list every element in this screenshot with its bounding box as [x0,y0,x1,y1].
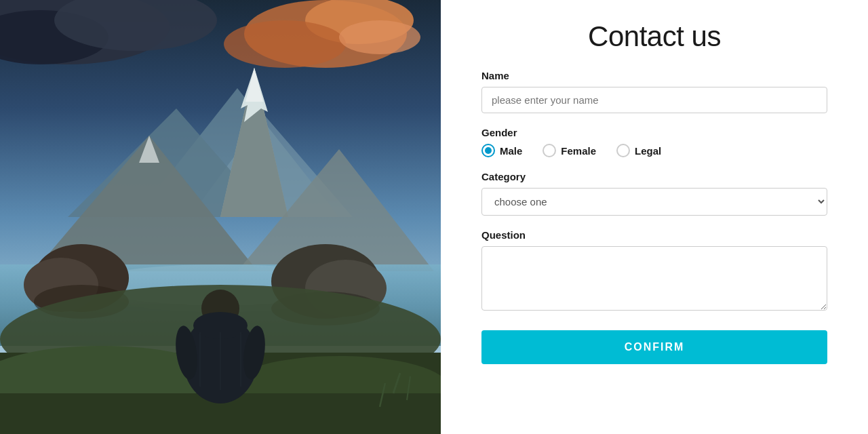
gender-male-radio[interactable] [481,144,495,157]
gender-female-label[interactable]: Female [561,145,596,157]
name-label: Name [481,70,827,81]
gender-male-label[interactable]: Male [500,145,522,157]
hero-image-panel [0,0,441,434]
category-select[interactable]: choose one General Support Billing Other [481,188,827,216]
page-title: Contact us [481,20,827,53]
gender-female-option[interactable]: Female [542,144,596,157]
gender-radio-group: Male Female Legal [481,144,827,157]
category-field-group: Category choose one General Support Bill… [481,171,827,216]
name-input[interactable] [481,87,827,113]
question-textarea[interactable] [481,246,827,311]
contact-form-panel: Contact us Name Gender Male Female Legal… [441,0,868,434]
name-field-group: Name [481,70,827,113]
question-label: Question [481,229,827,241]
gender-legal-option[interactable]: Legal [616,144,661,157]
category-label: Category [481,171,827,182]
gender-legal-label[interactable]: Legal [635,145,661,157]
gender-legal-radio[interactable] [616,144,630,157]
svg-point-4 [339,20,420,54]
gender-male-option[interactable]: Male [481,144,522,157]
gender-label: Gender [481,127,827,138]
confirm-button[interactable]: CONFIRM [481,330,827,364]
question-field-group: Question [481,229,827,313]
gender-female-radio[interactable] [542,144,556,157]
gender-field-group: Gender Male Female Legal [481,127,827,157]
svg-point-3 [224,20,346,68]
